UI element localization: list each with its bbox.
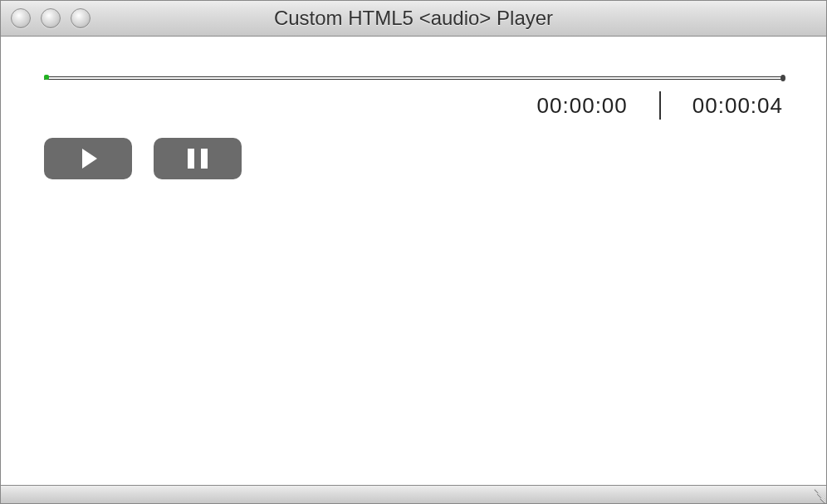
zoom-icon[interactable] xyxy=(71,8,91,28)
window-title: Custom HTML5 <audio> Player xyxy=(1,7,826,30)
play-button[interactable] xyxy=(44,138,132,179)
pause-icon xyxy=(188,149,208,169)
progress-bar[interactable] xyxy=(44,76,783,80)
app-window: Custom HTML5 <audio> Player 00:00:00 00:… xyxy=(0,0,827,504)
statusbar xyxy=(1,485,826,503)
player-controls xyxy=(44,138,783,179)
play-icon xyxy=(82,149,97,169)
progress-handle[interactable] xyxy=(44,75,49,80)
titlebar[interactable]: Custom HTML5 <audio> Player xyxy=(1,1,826,37)
pause-button[interactable] xyxy=(154,138,242,179)
content-area: 00:00:00 00:00:04 xyxy=(1,37,826,485)
minimize-icon[interactable] xyxy=(41,8,61,28)
time-separator xyxy=(659,91,661,120)
total-time: 00:00:04 xyxy=(692,93,783,119)
progress-track xyxy=(44,76,783,80)
time-display: 00:00:00 00:00:04 xyxy=(44,91,783,120)
current-time: 00:00:00 xyxy=(537,93,628,119)
close-icon[interactable] xyxy=(11,8,31,28)
resize-grip-icon[interactable] xyxy=(810,487,825,502)
window-controls xyxy=(11,8,91,28)
